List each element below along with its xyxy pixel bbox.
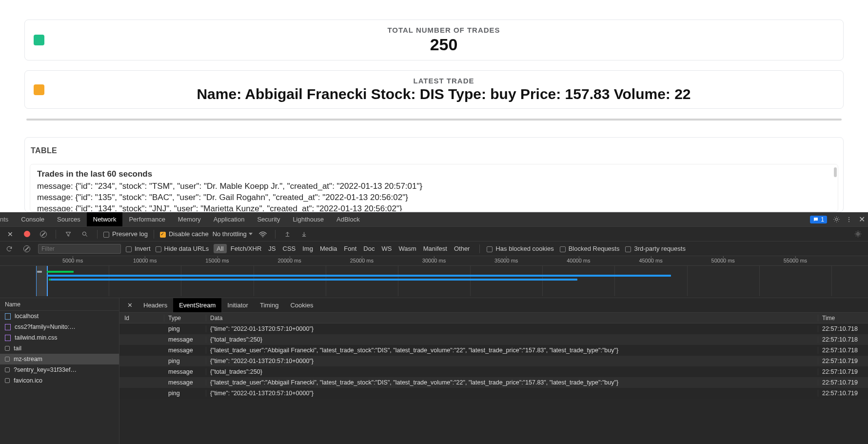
box-icon [5, 357, 10, 362]
filter-type-ws[interactable]: WS [378, 244, 395, 253]
devtools-tab-security[interactable]: Security [251, 212, 286, 226]
filter-type-fetchxhr[interactable]: Fetch/XHR [228, 244, 265, 253]
request-item[interactable]: ?sentry_key=31f33ef… [0, 364, 119, 375]
blocked-requests-toggle[interactable]: Blocked Requests [560, 245, 620, 252]
col-time[interactable]: Time [818, 315, 868, 322]
devtools-tab-lighthouse[interactable]: Lighthouse [286, 212, 330, 226]
issues-badge[interactable]: 1 [810, 216, 827, 223]
filter-type-doc[interactable]: Doc [360, 244, 377, 253]
filter-type-img[interactable]: Img [299, 244, 316, 253]
table-inner[interactable]: Trades in the last 60 seconds message: {… [30, 164, 838, 212]
reload-icon[interactable] [3, 242, 16, 255]
event-row[interactable]: message{"latest_trade_user":"Abbigail Fr… [119, 377, 868, 388]
comment-icon [813, 217, 819, 222]
cell-time: 22:57:10.718 [818, 336, 868, 343]
ruler-tick: 45000 ms [639, 258, 662, 263]
file-icon [5, 335, 11, 341]
request-item[interactable]: tailwind.min.css [0, 332, 119, 343]
kebab-icon[interactable] [843, 213, 855, 226]
ruler-tick: 15000 ms [205, 258, 229, 263]
request-item[interactable]: favicon.ico [0, 375, 119, 386]
request-tab-cookies[interactable]: Cookies [284, 298, 319, 312]
cell-type: ping [164, 358, 206, 364]
third-party-toggle[interactable]: 3rd-party requests [625, 245, 686, 252]
event-row[interactable]: ping{"time": "2022-01-13T20:57:10+0000"}… [119, 356, 868, 366]
event-row[interactable]: message{"total_trades":250}22:57:10.718 [119, 334, 868, 345]
request-tab-headers[interactable]: Headers [138, 298, 173, 312]
filter-type-css[interactable]: CSS [280, 244, 299, 253]
filter-type-wasm[interactable]: Wasm [395, 244, 419, 253]
request-tab-eventstream[interactable]: EventStream [173, 298, 221, 312]
filter-type-manifest[interactable]: Manifest [420, 244, 450, 253]
card-badge-green [34, 35, 44, 45]
request-item[interactable]: mz-stream [0, 354, 119, 364]
devtools-tab-application[interactable]: Application [207, 212, 251, 226]
request-item-label: tailwind.min.css [15, 334, 58, 341]
filter-type-js[interactable]: JS [265, 244, 278, 253]
cell-data: {"latest_trade_user":"Abbigail Franecki"… [206, 379, 818, 386]
ruler-tick: 10000 ms [133, 258, 157, 263]
event-row[interactable]: ping{"time": "2022-01-13T20:57:10+0000"}… [119, 388, 868, 399]
devtools-tab-network[interactable]: Network [87, 212, 123, 226]
filter-type-media[interactable]: Media [317, 244, 340, 253]
gear-icon[interactable] [851, 228, 864, 241]
close-panel-icon[interactable]: ✕ [4, 228, 17, 241]
cell-time: 22:57:10.718 [818, 347, 868, 354]
ruler-tick: 20000 ms [277, 258, 301, 263]
latest-trade-card: LATEST TRADE Name: Abbigail Franecki Sto… [24, 70, 844, 109]
total-trades-subtitle: TOTAL NUMBER OF TRADES [53, 26, 834, 34]
filter-icon[interactable] [62, 228, 75, 241]
ruler-tick: 40000 ms [567, 258, 590, 263]
clear-filter-icon[interactable] [20, 242, 33, 255]
devtools-tab-performance[interactable]: Performance [122, 212, 171, 226]
request-tab-timing[interactable]: Timing [254, 298, 285, 312]
throttling-select[interactable]: No throttling [213, 230, 253, 238]
filter-type-all[interactable]: All [214, 244, 226, 253]
col-id[interactable]: Id [119, 315, 164, 322]
scroll-indicator[interactable] [834, 167, 837, 177]
invert-toggle[interactable]: Invert [126, 245, 151, 252]
gear-icon[interactable] [830, 213, 843, 226]
devtools-tab-adblock[interactable]: AdBlock [330, 212, 366, 226]
event-row[interactable]: message{"latest_trade_user":"Abbigail Fr… [119, 345, 868, 356]
cell-type: ping [164, 390, 206, 397]
request-item-label: favicon.ico [14, 377, 42, 384]
event-table-header: Id Type Data Time [119, 313, 868, 323]
has-blocked-cookies-toggle[interactable]: Has blocked cookies [487, 245, 553, 252]
devtools-tab-sources[interactable]: Sources [51, 212, 87, 226]
ruler-tick: 5000 ms [62, 258, 83, 263]
network-overview[interactable]: 5000 ms10000 ms15000 ms20000 ms25000 ms3… [0, 256, 868, 298]
network-conditions-icon[interactable] [256, 228, 269, 241]
filter-type-other[interactable]: Other [451, 244, 473, 253]
preserve-log-toggle[interactable]: Preserve log [103, 230, 148, 238]
event-row[interactable]: message{"total_trades":250}22:57:10.719 [119, 366, 868, 377]
disable-cache-toggle[interactable]: Disable cache [160, 230, 209, 238]
request-item[interactable]: css2?family=Nunito:… [0, 322, 119, 332]
upload-har-icon[interactable] [281, 228, 294, 241]
search-icon[interactable] [79, 228, 91, 241]
devtools-tab-memory[interactable]: Memory [172, 212, 207, 226]
download-har-icon[interactable] [298, 228, 311, 241]
table-inner-title: Trades in the last 60 seconds [37, 169, 831, 179]
event-row[interactable]: ping{"time": "2022-01-13T20:57:10+0000"}… [119, 323, 868, 334]
col-data[interactable]: Data [206, 315, 818, 322]
close-detail-icon[interactable]: ✕ [122, 298, 138, 312]
cell-time: 22:57:10.719 [818, 390, 868, 397]
devtools-tab-console[interactable]: Console [15, 212, 51, 226]
col-type[interactable]: Type [164, 315, 206, 322]
request-item[interactable]: tail [0, 343, 119, 354]
cell-time: 22:57:10.718 [818, 325, 868, 332]
divider [26, 119, 842, 121]
record-button[interactable] [20, 228, 33, 241]
clear-button[interactable] [37, 228, 50, 241]
request-tab-initiator[interactable]: Initiator [221, 298, 254, 312]
svg-point-4 [262, 236, 263, 237]
close-icon[interactable]: ✕ [855, 213, 868, 226]
request-item[interactable]: localhost [0, 311, 119, 322]
filter-input[interactable] [38, 244, 121, 254]
filter-type-font[interactable]: Font [341, 244, 359, 253]
cell-time: 22:57:10.719 [818, 368, 868, 375]
ruler-tick: 25000 ms [350, 258, 374, 263]
devtools-tab-nts[interactable]: nts [0, 212, 15, 226]
hide-data-urls-toggle[interactable]: Hide data URLs [156, 245, 209, 252]
